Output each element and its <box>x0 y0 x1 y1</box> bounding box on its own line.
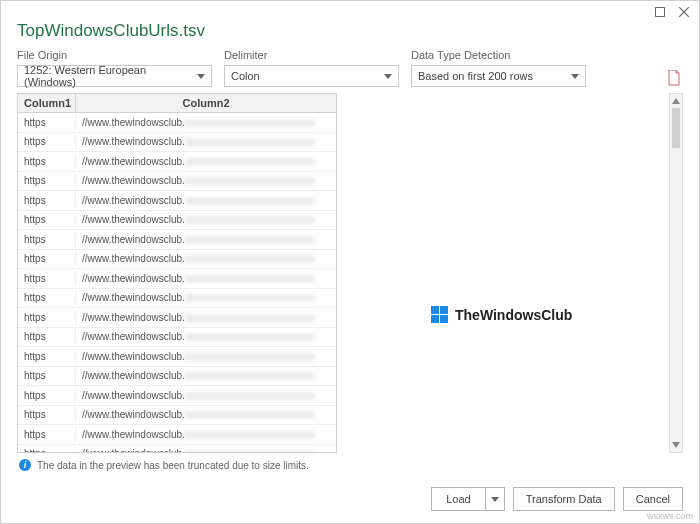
cell-col1: https <box>18 173 76 188</box>
dialog-footer: Load Transform Data Cancel <box>1 477 699 523</box>
table-row[interactable]: https//www.thewindowsclub.xxxxxxxxxxxxxx… <box>18 269 336 289</box>
cell-col1: https <box>18 271 76 286</box>
cancel-button[interactable]: Cancel <box>623 487 683 511</box>
table-row[interactable]: https//www.thewindowsclub.xxxxxxxxxxxxxx… <box>18 445 336 453</box>
svg-rect-0 <box>656 8 665 17</box>
scroll-down-icon[interactable] <box>670 438 682 452</box>
column-header-1[interactable]: Column1 <box>18 94 76 112</box>
close-icon[interactable] <box>677 5 691 19</box>
datatype-combo[interactable]: Based on first 200 rows <box>411 65 586 87</box>
table-row[interactable]: https//www.thewindowsclub.xxxxxxxxxxxxxx… <box>18 386 336 406</box>
cell-col1: https <box>18 251 76 266</box>
delimiter-label: Delimiter <box>224 49 399 63</box>
cell-col1: https <box>18 193 76 208</box>
datatype-label: Data Type Detection <box>411 49 586 63</box>
cell-col2: //www.thewindowsclub.xxxxxxxxxxxxxxxxxxx… <box>76 407 336 422</box>
cell-col2: //www.thewindowsclub.xxxxxxxxxxxxxxxxxxx… <box>76 446 336 452</box>
datatype-block: Data Type Detection Based on first 200 r… <box>411 49 586 87</box>
cell-col1: https <box>18 310 76 325</box>
table-body: https//www.thewindowsclub.xxxxxxxxxxxxxx… <box>18 113 336 452</box>
cell-col1: https <box>18 290 76 305</box>
table-row[interactable]: https//www.thewindowsclub.xxxxxxxxxxxxxx… <box>18 425 336 445</box>
load-button[interactable]: Load <box>431 487 504 511</box>
cell-col1: https <box>18 388 76 403</box>
cell-col2: //www.thewindowsclub.xxxxxxxxxxxxxxxxxxx… <box>76 329 336 344</box>
delimiter-combo[interactable]: Colon <box>224 65 399 87</box>
table-row[interactable]: https//www.thewindowsclub.xxxxxxxxxxxxxx… <box>18 113 336 133</box>
delimiter-value: Colon <box>231 70 260 82</box>
table-row[interactable]: https//www.thewindowsclub.xxxxxxxxxxxxxx… <box>18 289 336 309</box>
cell-col2: //www.thewindowsclub.xxxxxxxxxxxxxxxxxxx… <box>76 154 336 169</box>
file-origin-label: File Origin <box>17 49 212 63</box>
file-origin-combo[interactable]: 1252: Western European (Windows) <box>17 65 212 87</box>
table-row[interactable]: https//www.thewindowsclub.xxxxxxxxxxxxxx… <box>18 347 336 367</box>
cell-col2: //www.thewindowsclub.xxxxxxxxxxxxxxxxxxx… <box>76 368 336 383</box>
svg-marker-4 <box>672 442 680 448</box>
chevron-down-icon <box>384 74 392 79</box>
preview-area: Column1 Column2 https//www.thewindowsclu… <box>1 93 699 453</box>
scroll-up-icon[interactable] <box>670 94 682 108</box>
transform-data-button[interactable]: Transform Data <box>513 487 615 511</box>
cell-col2: //www.thewindowsclub.xxxxxxxxxxxxxxxxxxx… <box>76 212 336 227</box>
chevron-down-icon <box>571 74 579 79</box>
chevron-down-icon <box>197 74 205 79</box>
cell-col1: https <box>18 134 76 149</box>
cell-col1: https <box>18 427 76 442</box>
preview-table: Column1 Column2 https//www.thewindowsclu… <box>17 93 337 453</box>
options-row: File Origin 1252: Western European (Wind… <box>1 49 699 93</box>
table-row[interactable]: https//www.thewindowsclub.xxxxxxxxxxxxxx… <box>18 308 336 328</box>
schema-settings-icon[interactable] <box>665 69 683 87</box>
cell-col1: https <box>18 329 76 344</box>
table-row[interactable]: https//www.thewindowsclub.xxxxxxxxxxxxxx… <box>18 367 336 387</box>
vertical-scrollbar[interactable] <box>669 93 683 453</box>
cell-col2: //www.thewindowsclub.xxxxxxxxxxxxxxxxxxx… <box>76 173 336 188</box>
table-row[interactable]: https//www.thewindowsclub.xxxxxxxxxxxxxx… <box>18 211 336 231</box>
table-row[interactable]: https//www.thewindowsclub.xxxxxxxxxxxxxx… <box>18 230 336 250</box>
table-row[interactable]: https//www.thewindowsclub.xxxxxxxxxxxxxx… <box>18 133 336 153</box>
load-dropdown-icon[interactable] <box>486 488 504 510</box>
svg-marker-3 <box>672 98 680 104</box>
cell-col1: https <box>18 407 76 422</box>
info-icon: i <box>19 459 31 471</box>
source-tag: wsxws.com <box>647 511 693 521</box>
cell-col1: https <box>18 115 76 130</box>
load-button-label[interactable]: Load <box>432 488 485 510</box>
cell-col2: //www.thewindowsclub.xxxxxxxxxxxxxxxxxxx… <box>76 251 336 266</box>
file-origin-value: 1252: Western European (Windows) <box>24 64 197 88</box>
import-preview-dialog: TopWindowsClubUrls.tsv File Origin 1252:… <box>0 0 700 524</box>
cell-col2: //www.thewindowsclub.xxxxxxxxxxxxxxxxxxx… <box>76 349 336 364</box>
cell-col2: //www.thewindowsclub.xxxxxxxxxxxxxxxxxxx… <box>76 193 336 208</box>
cell-col1: https <box>18 232 76 247</box>
cell-col1: https <box>18 349 76 364</box>
cell-col1: https <box>18 368 76 383</box>
info-text: The data in the preview has been truncat… <box>37 460 309 471</box>
cell-col2: //www.thewindowsclub.xxxxxxxxxxxxxxxxxxx… <box>76 427 336 442</box>
cell-col2: //www.thewindowsclub.xxxxxxxxxxxxxxxxxxx… <box>76 134 336 149</box>
cell-col2: //www.thewindowsclub.xxxxxxxxxxxxxxxxxxx… <box>76 310 336 325</box>
cell-col2: //www.thewindowsclub.xxxxxxxxxxxxxxxxxxx… <box>76 232 336 247</box>
scroll-thumb[interactable] <box>672 108 680 148</box>
table-row[interactable]: https//www.thewindowsclub.xxxxxxxxxxxxxx… <box>18 250 336 270</box>
file-origin-block: File Origin 1252: Western European (Wind… <box>17 49 212 87</box>
delimiter-block: Delimiter Colon <box>224 49 399 87</box>
cell-col2: //www.thewindowsclub.xxxxxxxxxxxxxxxxxxx… <box>76 388 336 403</box>
cell-col1: https <box>18 212 76 227</box>
table-row[interactable]: https//www.thewindowsclub.xxxxxxxxxxxxxx… <box>18 328 336 348</box>
table-header: Column1 Column2 <box>18 94 336 113</box>
cell-col2: //www.thewindowsclub.xxxxxxxxxxxxxxxxxxx… <box>76 115 336 130</box>
column-header-2[interactable]: Column2 <box>76 94 336 112</box>
titlebar <box>1 1 699 19</box>
table-row[interactable]: https//www.thewindowsclub.xxxxxxxxxxxxxx… <box>18 152 336 172</box>
cell-col2: //www.thewindowsclub.xxxxxxxxxxxxxxxxxxx… <box>76 290 336 305</box>
dialog-title: TopWindowsClubUrls.tsv <box>1 19 699 49</box>
cell-col1: https <box>18 446 76 452</box>
datatype-value: Based on first 200 rows <box>418 70 533 82</box>
cell-col1: https <box>18 154 76 169</box>
table-row[interactable]: https//www.thewindowsclub.xxxxxxxxxxxxxx… <box>18 406 336 426</box>
cell-col2: //www.thewindowsclub.xxxxxxxxxxxxxxxxxxx… <box>76 271 336 286</box>
maximize-icon[interactable] <box>653 5 667 19</box>
info-bar: i The data in the preview has been trunc… <box>1 453 699 477</box>
table-row[interactable]: https//www.thewindowsclub.xxxxxxxxxxxxxx… <box>18 172 336 192</box>
table-row[interactable]: https//www.thewindowsclub.xxxxxxxxxxxxxx… <box>18 191 336 211</box>
